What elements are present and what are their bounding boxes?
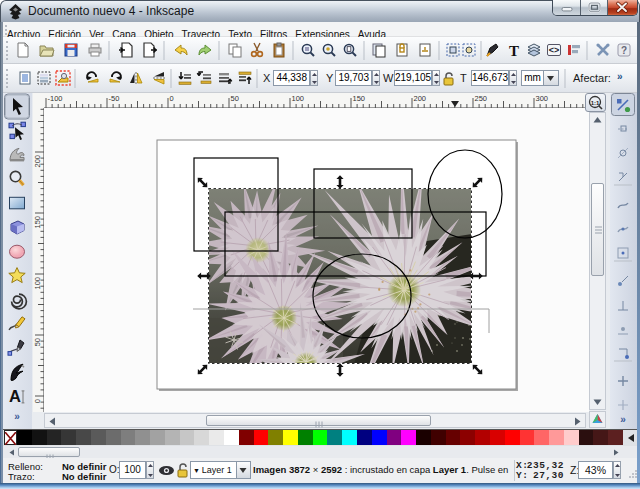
svg-text:1:1: 1:1 <box>591 100 600 106</box>
svg-text:150: 150 <box>33 216 42 229</box>
svg-text:250: 250 <box>475 94 488 103</box>
svg-text:200: 200 <box>33 155 42 168</box>
svg-text:300: 300 <box>536 94 549 103</box>
svg-text:100: 100 <box>33 277 42 290</box>
svg-text:-100: -100 <box>48 94 63 103</box>
svg-text:-50: -50 <box>109 94 120 103</box>
svg-text:50: 50 <box>231 94 239 103</box>
svg-text:100: 100 <box>292 94 305 103</box>
svg-text:50: 50 <box>33 338 42 346</box>
svg-text:T: T <box>509 43 519 59</box>
svg-text:»: » <box>14 411 20 422</box>
svg-text:A: A <box>9 387 21 405</box>
svg-text:?: ? <box>621 45 627 56</box>
svg-text:<>: <> <box>549 45 560 55</box>
svg-text:200: 200 <box>414 94 427 103</box>
svg-text:0: 0 <box>170 94 174 103</box>
svg-text:»: » <box>620 414 626 425</box>
svg-text:150: 150 <box>353 94 366 103</box>
